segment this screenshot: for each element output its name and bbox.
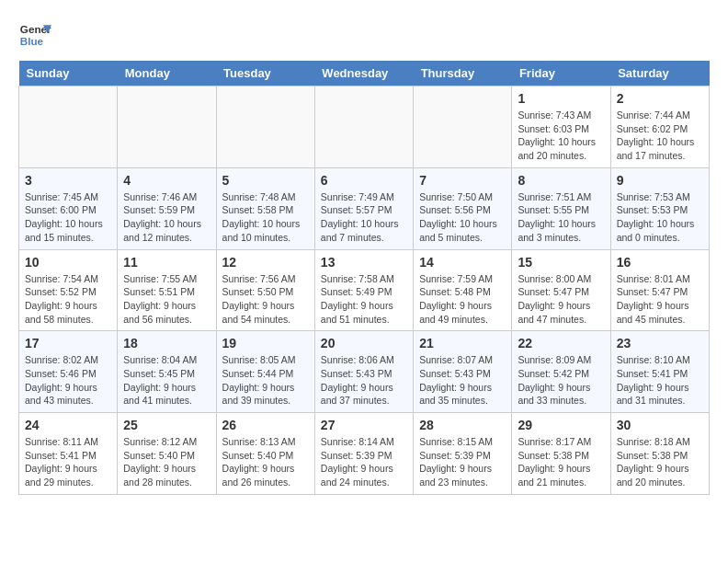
week-row-1: 1Sunrise: 7:43 AM Sunset: 6:03 PM Daylig… [19,86,710,168]
day-number: 26 [222,418,309,432]
day-number: 25 [123,418,210,432]
day-info: Sunrise: 8:10 AM Sunset: 5:41 PM Dayligh… [617,353,703,408]
day-number: 12 [222,255,309,270]
day-info: Sunrise: 7:56 AM Sunset: 5:50 PM Dayligh… [222,272,309,327]
calendar-cell: 12Sunrise: 7:56 AM Sunset: 5:50 PM Dayli… [216,249,314,331]
weekday-header-tuesday: Tuesday [216,61,314,86]
day-info: Sunrise: 8:04 AM Sunset: 5:45 PM Dayligh… [123,353,210,408]
day-info: Sunrise: 8:18 AM Sunset: 5:38 PM Dayligh… [617,435,703,489]
weekday-header-thursday: Thursday [414,61,512,86]
day-info: Sunrise: 8:13 AM Sunset: 5:40 PM Dayligh… [222,435,309,489]
week-row-4: 17Sunrise: 8:02 AM Sunset: 5:46 PM Dayli… [19,331,710,413]
day-number: 13 [321,255,407,270]
day-info: Sunrise: 7:55 AM Sunset: 5:51 PM Dayligh… [123,272,210,327]
calendar-cell: 29Sunrise: 8:17 AM Sunset: 5:38 PM Dayli… [512,413,610,495]
week-row-3: 10Sunrise: 7:54 AM Sunset: 5:52 PM Dayli… [19,249,710,331]
calendar-cell: 14Sunrise: 7:59 AM Sunset: 5:48 PM Dayli… [414,249,512,331]
day-info: Sunrise: 7:46 AM Sunset: 5:59 PM Dayligh… [123,190,210,245]
weekday-header-sunday: Sunday [19,61,118,86]
calendar-cell: 23Sunrise: 8:10 AM Sunset: 5:41 PM Dayli… [610,331,709,413]
weekday-header-saturday: Saturday [610,61,709,86]
day-number: 4 [123,173,210,188]
day-info: Sunrise: 8:15 AM Sunset: 5:39 PM Dayligh… [419,435,506,489]
calendar-cell [19,86,118,168]
calendar-cell: 26Sunrise: 8:13 AM Sunset: 5:40 PM Dayli… [216,413,314,495]
calendar-cell [216,86,314,168]
calendar-cell: 19Sunrise: 8:05 AM Sunset: 5:44 PM Dayli… [216,331,314,413]
calendar-cell: 3Sunrise: 7:45 AM Sunset: 6:00 PM Daylig… [19,167,118,249]
day-number: 18 [123,336,210,350]
day-info: Sunrise: 7:48 AM Sunset: 5:58 PM Dayligh… [222,190,309,245]
calendar-cell: 9Sunrise: 7:53 AM Sunset: 5:53 PM Daylig… [610,167,709,249]
calendar-cell: 18Sunrise: 8:04 AM Sunset: 5:45 PM Dayli… [118,331,216,413]
calendar-cell: 8Sunrise: 7:51 AM Sunset: 5:55 PM Daylig… [512,167,610,249]
day-number: 22 [518,336,604,350]
svg-text:Blue: Blue [20,35,44,47]
weekday-header-friday: Friday [512,61,610,86]
day-info: Sunrise: 7:49 AM Sunset: 5:57 PM Dayligh… [321,190,407,245]
day-info: Sunrise: 7:54 AM Sunset: 5:52 PM Dayligh… [25,272,111,327]
week-row-2: 3Sunrise: 7:45 AM Sunset: 6:00 PM Daylig… [19,167,710,249]
day-number: 24 [25,418,111,432]
day-number: 21 [419,336,506,350]
day-number: 6 [321,173,407,188]
day-info: Sunrise: 8:17 AM Sunset: 5:38 PM Dayligh… [518,435,604,489]
calendar-cell: 11Sunrise: 7:55 AM Sunset: 5:51 PM Dayli… [118,249,216,331]
calendar-cell: 24Sunrise: 8:11 AM Sunset: 5:41 PM Dayli… [19,413,118,495]
calendar-cell: 28Sunrise: 8:15 AM Sunset: 5:39 PM Dayli… [414,413,512,495]
weekday-header-wednesday: Wednesday [314,61,413,86]
day-number: 30 [617,418,703,432]
calendar-cell: 16Sunrise: 8:01 AM Sunset: 5:47 PM Dayli… [610,249,709,331]
calendar-cell: 21Sunrise: 8:07 AM Sunset: 5:43 PM Dayli… [414,331,512,413]
day-number: 15 [518,255,604,270]
day-info: Sunrise: 8:00 AM Sunset: 5:47 PM Dayligh… [518,272,604,327]
calendar-cell: 2Sunrise: 7:44 AM Sunset: 6:02 PM Daylig… [610,86,709,168]
calendar-cell: 25Sunrise: 8:12 AM Sunset: 5:40 PM Dayli… [118,413,216,495]
day-info: Sunrise: 7:44 AM Sunset: 6:02 PM Dayligh… [617,109,703,163]
day-number: 5 [222,173,309,188]
day-info: Sunrise: 7:50 AM Sunset: 5:56 PM Dayligh… [419,190,506,245]
calendar-cell: 22Sunrise: 8:09 AM Sunset: 5:42 PM Dayli… [512,331,610,413]
page-header: General Blue [18,18,710,52]
calendar-cell: 20Sunrise: 8:06 AM Sunset: 5:43 PM Dayli… [314,331,413,413]
day-number: 19 [222,336,309,350]
day-info: Sunrise: 8:07 AM Sunset: 5:43 PM Dayligh… [419,353,506,408]
day-info: Sunrise: 8:14 AM Sunset: 5:39 PM Dayligh… [321,435,407,489]
calendar-cell: 27Sunrise: 8:14 AM Sunset: 5:39 PM Dayli… [314,413,413,495]
day-number: 14 [419,255,506,270]
day-number: 29 [518,418,604,432]
day-number: 1 [518,91,604,106]
weekday-header-monday: Monday [118,61,216,86]
day-info: Sunrise: 8:05 AM Sunset: 5:44 PM Dayligh… [222,353,309,408]
calendar-cell: 15Sunrise: 8:00 AM Sunset: 5:47 PM Dayli… [512,249,610,331]
logo: General Blue [18,18,57,52]
day-number: 8 [518,173,604,188]
logo-icon: General Blue [18,18,51,52]
day-info: Sunrise: 8:02 AM Sunset: 5:46 PM Dayligh… [25,353,111,408]
day-number: 23 [617,336,703,350]
day-info: Sunrise: 8:12 AM Sunset: 5:40 PM Dayligh… [123,435,210,489]
day-info: Sunrise: 8:06 AM Sunset: 5:43 PM Dayligh… [321,353,407,408]
day-info: Sunrise: 7:45 AM Sunset: 6:00 PM Dayligh… [25,190,111,245]
calendar-cell: 10Sunrise: 7:54 AM Sunset: 5:52 PM Dayli… [19,249,118,331]
day-info: Sunrise: 8:01 AM Sunset: 5:47 PM Dayligh… [617,272,703,327]
day-info: Sunrise: 7:51 AM Sunset: 5:55 PM Dayligh… [518,190,604,245]
day-number: 11 [123,255,210,270]
day-info: Sunrise: 7:43 AM Sunset: 6:03 PM Dayligh… [518,109,604,163]
calendar-cell [118,86,216,168]
calendar-table: SundayMondayTuesdayWednesdayThursdayFrid… [18,61,710,495]
day-info: Sunrise: 8:09 AM Sunset: 5:42 PM Dayligh… [518,353,604,408]
calendar-cell [414,86,512,168]
day-info: Sunrise: 7:53 AM Sunset: 5:53 PM Dayligh… [617,190,703,245]
day-number: 27 [321,418,407,432]
day-number: 16 [617,255,703,270]
calendar-cell: 7Sunrise: 7:50 AM Sunset: 5:56 PM Daylig… [414,167,512,249]
calendar-cell: 13Sunrise: 7:58 AM Sunset: 5:49 PM Dayli… [314,249,413,331]
day-number: 7 [419,173,506,188]
day-number: 9 [617,173,703,188]
calendar-cell: 4Sunrise: 7:46 AM Sunset: 5:59 PM Daylig… [118,167,216,249]
day-number: 3 [25,173,111,188]
weekday-header-row: SundayMondayTuesdayWednesdayThursdayFrid… [19,61,710,86]
day-number: 2 [617,91,703,106]
calendar-cell: 6Sunrise: 7:49 AM Sunset: 5:57 PM Daylig… [314,167,413,249]
